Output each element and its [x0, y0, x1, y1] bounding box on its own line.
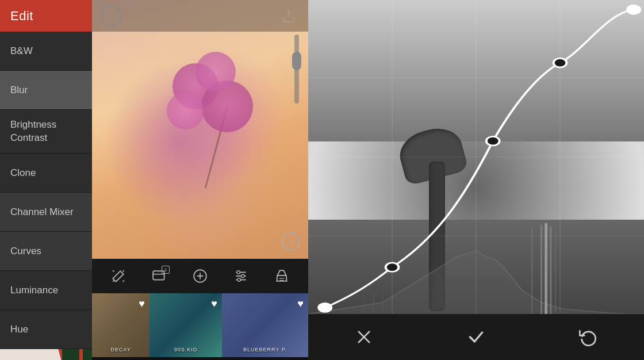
menu-label-blur: Blur — [10, 85, 28, 96]
menu-item-hue[interactable]: Hue — [0, 310, 92, 349]
svg-point-17 — [237, 278, 240, 281]
90skid-heart[interactable]: ♥ — [211, 298, 217, 310]
wand-button[interactable] — [106, 263, 131, 289]
filter-decay[interactable]: ♥ DECAY — [92, 293, 150, 357]
curves-overlay — [308, 0, 644, 314]
filter-strip: ♥ DECAY ♥ 90S KID ♥ BLUEBERRY P. — [92, 293, 308, 357]
svg-line-3 — [122, 270, 124, 271]
decay-label: DECAY — [92, 347, 150, 353]
left-background: B&W Blur Brightness Contrast Clone Chann… — [0, 32, 92, 360]
menu-label-bw: B&W — [10, 45, 33, 57]
svg-point-15 — [237, 271, 240, 274]
right-bottom-bar — [308, 314, 644, 360]
reset-button[interactable] — [574, 323, 603, 351]
decay-heart[interactable]: ♥ — [139, 298, 145, 310]
menu-label-hue: Hue — [10, 324, 28, 335]
vintage-overlay — [92, 0, 308, 259]
90skid-label: 90S KID — [150, 347, 222, 353]
menu-item-blur[interactable]: Blur — [0, 71, 92, 110]
adjust-button[interactable] — [228, 263, 254, 289]
photo-slider[interactable] — [294, 35, 299, 104]
menu-item-channel[interactable]: Channel Mixer — [0, 193, 92, 232]
close-button[interactable] — [101, 6, 122, 26]
menu-label-channel: Channel Mixer — [10, 206, 74, 218]
header-title: Edit — [10, 9, 33, 24]
svg-point-38 — [627, 5, 641, 14]
menu-label-brightness: Brightness Contrast — [10, 118, 56, 144]
svg-point-36 — [486, 136, 500, 145]
menu-list: B&W Blur Brightness Contrast Clone Chann… — [0, 32, 92, 349]
svg-point-37 — [554, 58, 567, 67]
menu-label-clone: Clone — [10, 167, 36, 179]
filter-90skid[interactable]: ♥ 90S KID — [150, 293, 222, 357]
middle-panel: 3 3 — [92, 0, 308, 360]
svg-line-4 — [113, 270, 114, 271]
menu-item-curves[interactable]: Curves — [0, 232, 92, 271]
add-button[interactable] — [187, 263, 213, 289]
menu-label-curves: Curves — [10, 246, 41, 257]
share-button[interactable] — [278, 6, 299, 26]
svg-line-5 — [113, 281, 114, 282]
layers-count: 3 — [162, 266, 170, 274]
left-panel: Edit B&W Blur Bri — [0, 0, 92, 360]
svg-point-16 — [241, 274, 244, 277]
photo-top-bar — [92, 0, 308, 32]
filter-blueberry[interactable]: ♥ BLUEBERRY P. — [222, 293, 308, 357]
slider-thumb[interactable] — [292, 52, 301, 70]
cancel-button[interactable] — [350, 323, 378, 351]
svg-point-34 — [319, 303, 332, 312]
confirm-button[interactable] — [462, 323, 490, 351]
blueberry-heart[interactable]: ♥ — [297, 298, 304, 310]
photo-badge: 3 — [282, 232, 300, 251]
badge-count: 3 — [289, 237, 293, 246]
filter-button[interactable] — [269, 263, 294, 289]
menu-item-brightness[interactable]: Brightness Contrast — [0, 110, 92, 154]
middle-toolbar: 3 — [92, 259, 308, 293]
main-photo: 3 — [92, 0, 308, 259]
menu-item-luminance[interactable]: Luminance — [0, 271, 92, 310]
layers-button[interactable]: 3 — [147, 263, 172, 289]
blueberry-label: BLUEBERRY P. — [222, 347, 308, 353]
edit-header: Edit — [0, 0, 92, 32]
menu-item-bw[interactable]: B&W — [0, 32, 92, 71]
menu-label-luminance: Luminance — [10, 285, 58, 296]
right-panel: CURVES FADE VIGNE — [308, 0, 644, 360]
menu-item-clone[interactable]: Clone — [0, 154, 92, 193]
svg-line-6 — [122, 281, 124, 282]
svg-point-35 — [386, 263, 399, 272]
